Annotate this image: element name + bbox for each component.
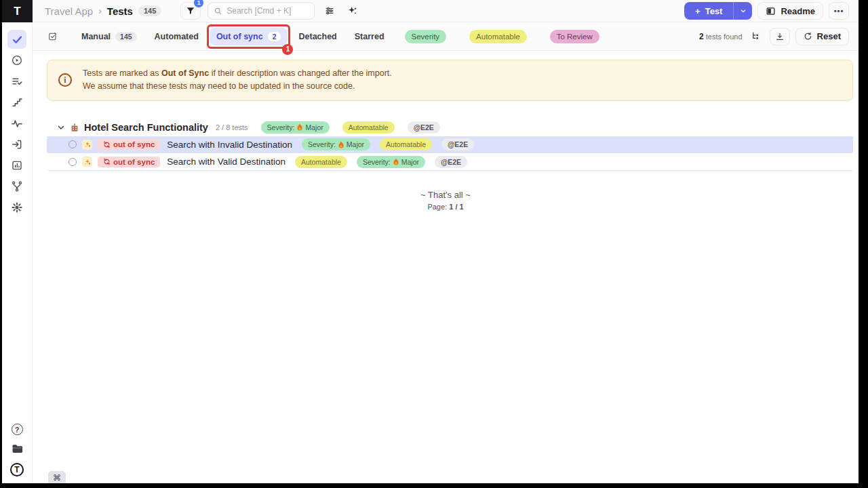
more-options-button[interactable]: ••• (829, 2, 849, 20)
display-settings-icon[interactable] (321, 5, 338, 16)
out-of-sync-label: out of sync (113, 140, 155, 148)
severity-level: Major (401, 158, 419, 166)
test-radio-button[interactable] (68, 158, 77, 166)
brand-logo[interactable]: T (2, 0, 33, 22)
breadcrumb-project[interactable]: Travel App (45, 5, 93, 17)
sidebar-item-runs[interactable] (7, 51, 26, 70)
filter-notification-badge: 1 (194, 0, 203, 7)
help-button[interactable]: ? (12, 424, 23, 435)
collapse-chevron-icon[interactable] (57, 123, 65, 131)
sidebar: ? T (2, 22, 33, 483)
test-row[interactable]: out of sync Search with Valid Destinatio… (47, 154, 853, 171)
question-mark-icon: ? (15, 426, 20, 434)
readme-button[interactable]: Readme (757, 2, 823, 20)
info-banner-text: Tests are marked as Out of Sync if their… (83, 67, 392, 94)
severity-prefix: Severity: (267, 123, 295, 131)
tab-starred-label: Starred (355, 32, 384, 41)
tab-out-of-sync[interactable]: Out of sync 2 (210, 28, 288, 45)
play-circle-icon (11, 54, 23, 66)
sync-icon (103, 158, 111, 165)
sidebar-item-analytics[interactable] (7, 114, 26, 133)
top-bar: Travel App › Tests 145 1 + (33, 0, 859, 22)
results-count: 2tests found (699, 32, 743, 41)
sidebar-item-steps[interactable] (7, 93, 26, 112)
suite-title[interactable]: Hotel Search Functionality (84, 122, 208, 133)
tab-detached[interactable]: Detached (292, 28, 343, 45)
top-right-actions: + Test Readme ••• (684, 2, 849, 20)
sync-icon (103, 141, 111, 148)
annotation-step-badge: 1 (282, 44, 293, 55)
flame-icon (393, 158, 399, 165)
code-snippet-icon (82, 157, 92, 167)
brand-logo-letter: T (14, 5, 20, 18)
list-end: ~ That's all ~ Page: 1 / 1 (33, 190, 859, 211)
results-count-label: tests found (706, 33, 743, 41)
test-severity-badge: Severity: Major (357, 156, 425, 168)
sidebar-item-reports[interactable] (7, 156, 26, 175)
tab-manual[interactable]: Manual 145 (75, 28, 144, 45)
docs-folder-icon[interactable] (11, 443, 24, 455)
list-check-icon (11, 75, 23, 87)
page-indicator: Page: 1 / 1 (33, 203, 859, 211)
chip-automatable[interactable]: Automatable (469, 30, 527, 43)
test-radio-button[interactable] (68, 140, 77, 148)
readme-button-label: Readme (781, 6, 815, 16)
ai-sparkles-icon[interactable] (344, 5, 361, 16)
results-count-number: 2 (699, 32, 704, 41)
sidebar-item-tests[interactable] (7, 30, 26, 49)
test-automatable-badge: Automatable (295, 156, 347, 168)
severity-prefix: Severity: (363, 158, 391, 166)
search-input[interactable] (226, 6, 309, 16)
command-key-icon: ⌘ (53, 473, 61, 483)
tab-automated[interactable]: Automated (148, 28, 205, 45)
new-test-button-label: Test (705, 6, 723, 16)
breadcrumb-section[interactable]: Tests (107, 5, 133, 17)
funnel-icon (186, 6, 195, 16)
sidebar-item-branches[interactable] (7, 177, 26, 196)
download-icon (775, 32, 785, 41)
testomat-logo[interactable]: T (10, 463, 24, 476)
test-automatable-badge: Automatable (380, 138, 432, 150)
report-chart-icon (11, 159, 23, 171)
flame-icon (296, 123, 303, 131)
git-branch-icon (11, 180, 23, 192)
chip-severity[interactable]: Severity (405, 30, 447, 43)
tab-out-of-sync-count: 2 (268, 32, 281, 41)
app-window: T Travel App › Tests 145 1 (2, 0, 859, 483)
flame-icon (338, 141, 344, 148)
sidebar-bottom: ? T (10, 424, 24, 483)
severity-prefix: Severity: (308, 140, 336, 148)
check-icon (12, 34, 23, 45)
suite-severity-badge: Severity: Major (261, 121, 330, 134)
sidebar-item-import[interactable] (7, 135, 26, 154)
page-label: Page: (427, 203, 447, 211)
tab-out-of-sync-wrap: Out of sync 2 1 (210, 28, 288, 45)
test-title[interactable]: Search with Valid Destination (167, 157, 285, 167)
plus-icon: + (695, 6, 701, 16)
new-test-button[interactable]: + Test (684, 2, 733, 20)
tree-view-icon[interactable] (748, 31, 764, 41)
export-button[interactable] (770, 28, 790, 45)
sidebar-item-plans[interactable] (7, 72, 26, 91)
chevron-down-icon (740, 7, 747, 14)
out-of-sync-label: out of sync (113, 158, 155, 166)
page-value: 1 / 1 (449, 203, 463, 211)
chip-to-review[interactable]: To Review (550, 30, 599, 43)
search-box[interactable] (208, 2, 315, 20)
refresh-icon (804, 32, 812, 41)
reset-button[interactable]: Reset (795, 28, 849, 45)
test-row[interactable]: out of sync Search with Invalid Destinat… (47, 136, 853, 153)
test-title[interactable]: Search with Invalid Destination (167, 140, 292, 150)
bulk-edit-icon[interactable] (45, 31, 61, 42)
pulse-icon (11, 117, 23, 129)
filter-button[interactable]: 1 (180, 2, 201, 20)
tab-starred[interactable]: Starred (348, 28, 391, 45)
new-test-dropdown-button[interactable] (733, 2, 752, 20)
info-banner: i Tests are marked as Out of Sync if the… (47, 60, 853, 101)
keyboard-shortcuts-button[interactable]: ⌘ (48, 471, 66, 483)
sidebar-item-settings[interactable] (7, 198, 26, 217)
new-test-split-button: + Test (684, 2, 752, 20)
book-icon (766, 6, 776, 16)
banner-line1-post: if their description was changed after t… (209, 68, 392, 78)
suite-meta: 2 / 8 tests (216, 123, 248, 131)
